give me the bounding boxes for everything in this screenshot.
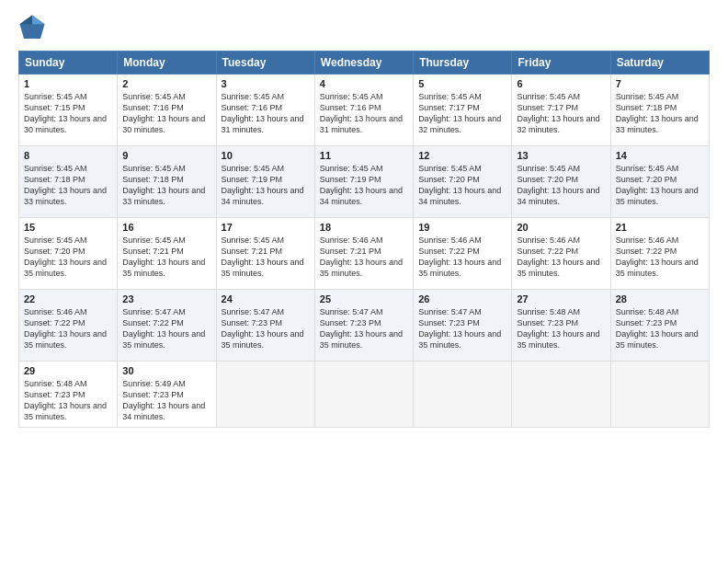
- empty-cell: [216, 362, 314, 428]
- day-info: Sunrise: 5:45 AMSunset: 7:17 PMDaylight:…: [418, 92, 501, 134]
- day-cell-21: 21Sunrise: 5:46 AMSunset: 7:22 PMDayligh…: [610, 218, 709, 290]
- week-row-5: 29Sunrise: 5:48 AMSunset: 7:23 PMDayligh…: [19, 362, 710, 428]
- day-cell-1: 1Sunrise: 5:45 AMSunset: 7:15 PMDaylight…: [19, 75, 118, 146]
- day-cell-20: 20Sunrise: 5:46 AMSunset: 7:22 PMDayligh…: [512, 218, 610, 290]
- day-number: 18: [320, 222, 408, 233]
- day-cell-18: 18Sunrise: 5:46 AMSunset: 7:21 PMDayligh…: [314, 218, 413, 290]
- col-header-thursday: Thursday: [414, 52, 512, 75]
- col-header-monday: Monday: [118, 52, 216, 75]
- day-cell-29: 29Sunrise: 5:48 AMSunset: 7:23 PMDayligh…: [19, 362, 118, 428]
- day-number: 12: [418, 150, 506, 161]
- day-number: 16: [122, 222, 210, 233]
- day-info: Sunrise: 5:48 AMSunset: 7:23 PMDaylight:…: [24, 379, 107, 421]
- day-info: Sunrise: 5:45 AMSunset: 7:18 PMDaylight:…: [616, 92, 699, 134]
- day-info: Sunrise: 5:47 AMSunset: 7:22 PMDaylight:…: [122, 307, 205, 350]
- page: SundayMondayTuesdayWednesdayThursdayFrid…: [0, 0, 728, 563]
- day-info: Sunrise: 5:45 AMSunset: 7:20 PMDaylight:…: [517, 164, 599, 206]
- day-info: Sunrise: 5:45 AMSunset: 7:18 PMDaylight:…: [122, 164, 205, 206]
- day-cell-22: 22Sunrise: 5:46 AMSunset: 7:22 PMDayligh…: [19, 290, 118, 362]
- day-info: Sunrise: 5:46 AMSunset: 7:22 PMDaylight:…: [616, 236, 699, 278]
- day-number: 13: [517, 150, 605, 161]
- day-info: Sunrise: 5:45 AMSunset: 7:15 PMDaylight:…: [24, 92, 107, 134]
- day-number: 3: [222, 78, 310, 89]
- day-cell-11: 11Sunrise: 5:45 AMSunset: 7:19 PMDayligh…: [314, 146, 413, 218]
- svg-marker-2: [20, 16, 33, 25]
- day-cell-8: 8Sunrise: 5:45 AMSunset: 7:18 PMDaylight…: [19, 146, 118, 218]
- day-number: 9: [122, 150, 210, 161]
- day-number: 28: [616, 293, 704, 304]
- day-number: 6: [517, 78, 605, 89]
- day-number: 8: [24, 150, 112, 161]
- day-number: 2: [122, 78, 210, 89]
- day-number: 10: [222, 150, 310, 161]
- day-info: Sunrise: 5:46 AMSunset: 7:21 PMDaylight:…: [320, 236, 403, 278]
- day-info: Sunrise: 5:46 AMSunset: 7:22 PMDaylight:…: [418, 236, 501, 278]
- col-header-wednesday: Wednesday: [314, 52, 413, 75]
- day-number: 5: [418, 78, 506, 89]
- day-number: 23: [122, 293, 210, 304]
- day-info: Sunrise: 5:48 AMSunset: 7:23 PMDaylight:…: [616, 307, 699, 350]
- day-cell-17: 17Sunrise: 5:45 AMSunset: 7:21 PMDayligh…: [216, 218, 314, 290]
- day-number: 29: [24, 365, 112, 376]
- day-info: Sunrise: 5:45 AMSunset: 7:20 PMDaylight:…: [24, 236, 107, 278]
- day-info: Sunrise: 5:48 AMSunset: 7:23 PMDaylight:…: [517, 307, 599, 350]
- empty-cell: [512, 362, 610, 428]
- day-number: 30: [122, 365, 210, 376]
- day-cell-24: 24Sunrise: 5:47 AMSunset: 7:23 PMDayligh…: [216, 290, 314, 362]
- day-info: Sunrise: 5:45 AMSunset: 7:19 PMDaylight:…: [320, 164, 403, 206]
- day-cell-13: 13Sunrise: 5:45 AMSunset: 7:20 PMDayligh…: [512, 146, 610, 218]
- day-info: Sunrise: 5:45 AMSunset: 7:17 PMDaylight:…: [517, 92, 599, 134]
- day-number: 15: [24, 222, 112, 233]
- day-cell-3: 3Sunrise: 5:45 AMSunset: 7:16 PMDaylight…: [216, 75, 314, 146]
- svg-marker-1: [32, 16, 45, 25]
- day-number: 26: [418, 293, 506, 304]
- day-cell-12: 12Sunrise: 5:45 AMSunset: 7:20 PMDayligh…: [414, 146, 512, 218]
- header-row: SundayMondayTuesdayWednesdayThursdayFrid…: [19, 52, 710, 75]
- day-cell-25: 25Sunrise: 5:47 AMSunset: 7:23 PMDayligh…: [314, 290, 413, 362]
- day-info: Sunrise: 5:49 AMSunset: 7:23 PMDaylight:…: [122, 379, 205, 421]
- day-info: Sunrise: 5:47 AMSunset: 7:23 PMDaylight:…: [222, 307, 304, 350]
- day-cell-2: 2Sunrise: 5:45 AMSunset: 7:16 PMDaylight…: [118, 75, 216, 146]
- day-number: 25: [320, 293, 408, 304]
- day-cell-16: 16Sunrise: 5:45 AMSunset: 7:21 PMDayligh…: [118, 218, 216, 290]
- day-cell-27: 27Sunrise: 5:48 AMSunset: 7:23 PMDayligh…: [512, 290, 610, 362]
- day-info: Sunrise: 5:45 AMSunset: 7:21 PMDaylight:…: [122, 236, 205, 278]
- day-info: Sunrise: 5:45 AMSunset: 7:16 PMDaylight:…: [222, 92, 304, 134]
- logo-icon: [18, 14, 46, 41]
- day-info: Sunrise: 5:45 AMSunset: 7:18 PMDaylight:…: [24, 164, 107, 206]
- calendar-table: SundayMondayTuesdayWednesdayThursdayFrid…: [18, 51, 710, 428]
- empty-cell: [414, 362, 512, 428]
- col-header-sunday: Sunday: [19, 52, 118, 75]
- day-cell-14: 14Sunrise: 5:45 AMSunset: 7:20 PMDayligh…: [610, 146, 709, 218]
- day-number: 24: [222, 293, 310, 304]
- day-info: Sunrise: 5:45 AMSunset: 7:21 PMDaylight:…: [222, 236, 304, 278]
- day-cell-4: 4Sunrise: 5:45 AMSunset: 7:16 PMDaylight…: [314, 75, 413, 146]
- day-number: 19: [418, 222, 506, 233]
- col-header-saturday: Saturday: [610, 52, 709, 75]
- day-info: Sunrise: 5:45 AMSunset: 7:16 PMDaylight:…: [122, 92, 205, 134]
- day-info: Sunrise: 5:45 AMSunset: 7:20 PMDaylight:…: [418, 164, 501, 206]
- day-info: Sunrise: 5:47 AMSunset: 7:23 PMDaylight:…: [320, 307, 403, 350]
- day-cell-15: 15Sunrise: 5:45 AMSunset: 7:20 PMDayligh…: [19, 218, 118, 290]
- day-number: 11: [320, 150, 408, 161]
- week-row-3: 15Sunrise: 5:45 AMSunset: 7:20 PMDayligh…: [19, 218, 710, 290]
- day-number: 17: [222, 222, 310, 233]
- day-number: 4: [320, 78, 408, 89]
- day-number: 7: [616, 78, 704, 89]
- col-header-tuesday: Tuesday: [216, 52, 314, 75]
- week-row-1: 1Sunrise: 5:45 AMSunset: 7:15 PMDaylight…: [19, 75, 710, 146]
- day-cell-9: 9Sunrise: 5:45 AMSunset: 7:18 PMDaylight…: [118, 146, 216, 218]
- day-cell-6: 6Sunrise: 5:45 AMSunset: 7:17 PMDaylight…: [512, 75, 610, 146]
- header: [18, 14, 710, 41]
- col-header-friday: Friday: [512, 52, 610, 75]
- day-cell-23: 23Sunrise: 5:47 AMSunset: 7:22 PMDayligh…: [118, 290, 216, 362]
- day-number: 27: [517, 293, 605, 304]
- day-cell-5: 5Sunrise: 5:45 AMSunset: 7:17 PMDaylight…: [414, 75, 512, 146]
- week-row-2: 8Sunrise: 5:45 AMSunset: 7:18 PMDaylight…: [19, 146, 710, 218]
- day-number: 14: [616, 150, 704, 161]
- day-info: Sunrise: 5:46 AMSunset: 7:22 PMDaylight:…: [24, 307, 107, 350]
- day-cell-10: 10Sunrise: 5:45 AMSunset: 7:19 PMDayligh…: [216, 146, 314, 218]
- day-cell-28: 28Sunrise: 5:48 AMSunset: 7:23 PMDayligh…: [610, 290, 709, 362]
- day-cell-19: 19Sunrise: 5:46 AMSunset: 7:22 PMDayligh…: [414, 218, 512, 290]
- day-number: 20: [517, 222, 605, 233]
